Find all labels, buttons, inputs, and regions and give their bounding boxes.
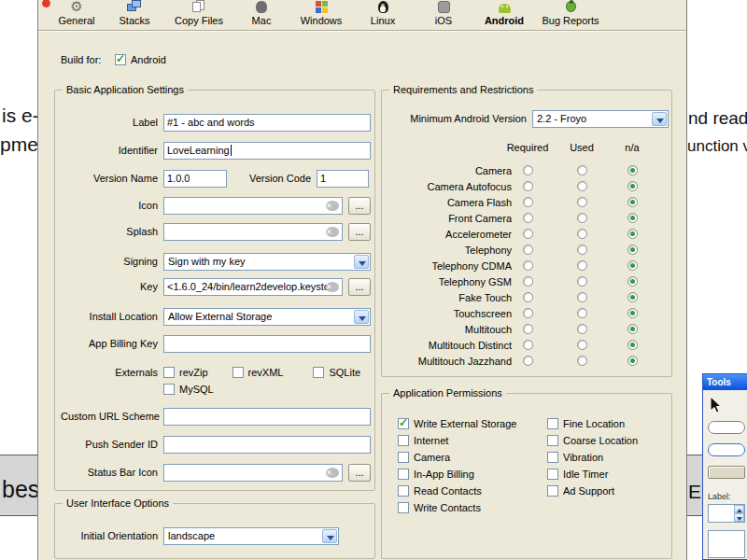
mysql-checkbox[interactable]: [163, 384, 175, 395]
radio-na[interactable]: [627, 165, 638, 175]
app-billing-key-input[interactable]: [163, 335, 371, 353]
radio-na[interactable]: [627, 340, 638, 350]
radio-na[interactable]: [627, 229, 638, 239]
build-for-android-checkbox[interactable]: [115, 54, 126, 65]
radio-na[interactable]: [627, 213, 638, 223]
radio-na[interactable]: [627, 292, 638, 302]
radio-na[interactable]: [627, 308, 638, 318]
icon-browse-button[interactable]: ...: [348, 197, 371, 215]
version-name-input[interactable]: 1.0.0: [163, 170, 227, 188]
radio-used[interactable]: [577, 340, 587, 350]
radio-used[interactable]: [577, 276, 587, 287]
radio-required[interactable]: [523, 308, 533, 318]
dropdown-arrow-icon[interactable]: [354, 310, 369, 324]
radio-required[interactable]: [523, 260, 533, 271]
spinner-icon[interactable]: [734, 505, 744, 522]
push-sender-id-input[interactable]: [163, 436, 371, 454]
toolbar-item-windows[interactable]: Windows: [290, 0, 352, 31]
radio-required[interactable]: [523, 324, 533, 334]
camera-checkbox[interactable]: [398, 452, 409, 463]
radio-na[interactable]: [627, 181, 638, 191]
ad-support-checkbox[interactable]: [547, 485, 558, 497]
radio-used[interactable]: [577, 229, 587, 239]
toolbar-item-mac[interactable]: Mac: [233, 0, 290, 31]
status-bar-icon-browse-button[interactable]: ...: [348, 464, 371, 482]
radio-used[interactable]: [577, 245, 587, 255]
radio-used[interactable]: [577, 292, 587, 302]
min-android-version-dropdown[interactable]: 2.2 - Froyo: [532, 110, 669, 128]
version-code-input[interactable]: 1: [317, 170, 369, 188]
default-button-tool[interactable]: [708, 443, 745, 456]
custom-url-scheme-input[interactable]: [163, 408, 371, 426]
label-input[interactable]: #1 - abc and words: [163, 114, 371, 132]
dropdown-arrow-icon[interactable]: [354, 255, 369, 269]
radio-used[interactable]: [577, 197, 587, 207]
clear-icon[interactable]: ✕: [326, 201, 339, 211]
key-input[interactable]: <1.6.0_24/bin/learn2develop.keystor✕: [163, 278, 343, 296]
label-row: Label #1 - abc and words: [61, 113, 374, 132]
internet-checkbox[interactable]: [398, 435, 409, 446]
clear-icon[interactable]: ✕: [326, 282, 339, 292]
vibration-checkbox[interactable]: [547, 452, 558, 463]
radio-na[interactable]: [627, 324, 638, 334]
radio-required[interactable]: [523, 340, 533, 350]
label-tool[interactable]: [708, 466, 745, 479]
radio-required[interactable]: [523, 276, 533, 287]
toolbar-item-android[interactable]: Android: [473, 0, 535, 31]
toolbar-item-general[interactable]: ⚙ General: [49, 0, 104, 31]
radio-na[interactable]: [627, 197, 638, 207]
clear-icon[interactable]: ✕: [326, 468, 339, 478]
coarse-location-checkbox[interactable]: [547, 435, 558, 446]
radio-used[interactable]: [577, 165, 587, 175]
dropdown-arrow-icon[interactable]: [652, 112, 667, 126]
radio-used[interactable]: [577, 324, 587, 334]
toolbar-item-copy-files[interactable]: Copy Files: [165, 0, 233, 31]
toolbar-item-bug-reports[interactable]: Bug Reports: [535, 0, 606, 31]
radio-required[interactable]: [523, 229, 533, 239]
radio-required[interactable]: [523, 197, 533, 207]
radio-used[interactable]: [577, 181, 587, 191]
radio-used[interactable]: [577, 356, 587, 366]
icon-input[interactable]: ✕: [163, 197, 343, 215]
toolbar-item-ios[interactable]: iOS: [414, 0, 473, 31]
in-app-billing-checkbox[interactable]: [398, 469, 409, 480]
field-tool[interactable]: [708, 530, 745, 558]
toolbar-item-stacks[interactable]: Stacks: [104, 0, 165, 31]
option-menu-tool[interactable]: [708, 504, 745, 523]
splash-input[interactable]: ✕: [163, 223, 343, 241]
radio-required[interactable]: [523, 181, 533, 191]
signing-dropdown[interactable]: Sign with my key: [163, 253, 371, 271]
radio-na[interactable]: [627, 276, 638, 287]
initial-orientation-dropdown[interactable]: landscape: [163, 527, 339, 545]
radio-required[interactable]: [523, 292, 533, 302]
read-contacts-checkbox[interactable]: [398, 485, 409, 497]
splash-browse-button[interactable]: ...: [348, 223, 371, 241]
radio-required[interactable]: [523, 165, 533, 175]
status-bar-icon-input[interactable]: ✕: [163, 464, 343, 482]
sqlite-checkbox[interactable]: [313, 367, 324, 378]
revzip-checkbox[interactable]: [163, 367, 175, 378]
revxml-checkbox[interactable]: [233, 367, 244, 378]
pointer-tool-icon[interactable]: [710, 397, 723, 413]
radio-required[interactable]: [523, 245, 533, 255]
radio-required[interactable]: [523, 213, 533, 223]
write-external-storage-checkbox[interactable]: [398, 418, 409, 429]
radio-used[interactable]: [577, 308, 587, 318]
tools-palette-titlebar[interactable]: Tools: [703, 374, 747, 390]
radio-used[interactable]: [577, 213, 587, 223]
fine-location-checkbox[interactable]: [547, 418, 558, 429]
install-location-dropdown[interactable]: Allow External Storage: [163, 308, 371, 326]
toolbar-item-linux[interactable]: Linux: [352, 0, 414, 31]
identifier-input[interactable]: LoveLearning: [163, 142, 371, 160]
write-contacts-checkbox[interactable]: [398, 502, 409, 513]
radio-used[interactable]: [577, 260, 587, 271]
radio-na[interactable]: [627, 245, 638, 255]
button-tool[interactable]: [708, 421, 745, 434]
dropdown-arrow-icon[interactable]: [322, 529, 337, 543]
radio-na[interactable]: [627, 260, 638, 271]
key-browse-button[interactable]: ...: [348, 278, 371, 296]
radio-required[interactable]: [523, 356, 533, 366]
clear-icon[interactable]: ✕: [326, 227, 339, 237]
radio-na[interactable]: [627, 356, 638, 366]
idle-timer-checkbox[interactable]: [547, 469, 558, 480]
